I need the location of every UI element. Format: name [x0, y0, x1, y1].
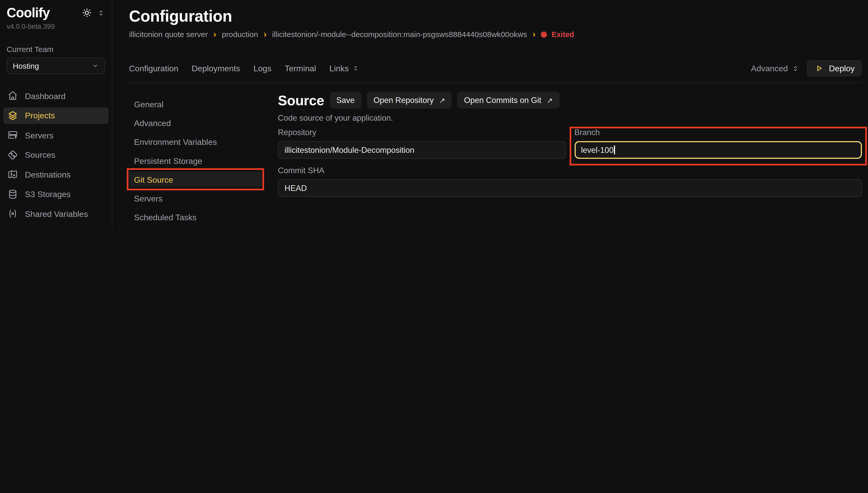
sidebar-item-label: Projects [25, 111, 55, 120]
chevron-right-icon: › [213, 30, 216, 38]
repository-label: Repository [278, 128, 566, 137]
variables-icon [7, 208, 18, 219]
commit-sha-field: Commit SHA HEAD [278, 166, 862, 197]
page-title: Configuration [129, 6, 862, 27]
open-commits-button[interactable]: Open Commits on Git ↗ [458, 92, 559, 109]
source-panel: Source Save Open Repository ↗ Open Commi… [278, 92, 862, 229]
chevrons-up-down-icon [792, 65, 800, 72]
advanced-menu[interactable]: Advanced [751, 64, 800, 73]
branch-field: Branch level-100 [574, 128, 862, 159]
subnav-item-scheduled-tasks[interactable]: Scheduled Tasks [129, 209, 262, 224]
sidebar-item-projects[interactable]: Projects [3, 107, 109, 124]
map-icon [7, 169, 18, 180]
database-icon [7, 188, 18, 199]
status-dot-icon [541, 31, 547, 38]
sidebar-item-label: Sources [25, 150, 55, 159]
repository-input[interactable]: illicitestonion/Module-Decomposition [278, 141, 566, 159]
server-icon [7, 129, 18, 141]
subnav-item-webhooks[interactable]: Webhooks [129, 228, 262, 229]
config-subnav: General Advanced Environment Variables P… [129, 96, 262, 229]
subnav-item-servers[interactable]: Servers [129, 190, 262, 206]
chevron-right-icon: › [533, 30, 535, 38]
play-icon [814, 64, 824, 73]
breadcrumb-project[interactable]: illicitonion quote server [129, 30, 208, 39]
sidebar-item-dashboard[interactable]: Dashboard [3, 87, 109, 104]
tabs-row: Configuration Deployments Logs Terminal … [129, 60, 862, 83]
tab-links[interactable]: Links [330, 64, 359, 73]
external-link-icon: ↗ [439, 96, 445, 104]
commit-sha-input[interactable]: HEAD [278, 179, 862, 197]
main-content: Configuration illicitonion quote server … [113, 0, 868, 229]
git-source-icon [7, 149, 18, 160]
sidebar-item-servers[interactable]: Servers [3, 127, 109, 143]
subnav-item-persistent-storage[interactable]: Persistent Storage [129, 153, 262, 168]
branch-input[interactable]: level-100 [574, 141, 862, 159]
breadcrumb: illicitonion quote server › production ›… [129, 30, 862, 39]
sidebar-item-s3-storages[interactable]: S3 Storages [3, 186, 109, 202]
branch-label: Branch [574, 128, 862, 137]
sidebar: Coolify v4.0.0-beta.399 Current Team Hos… [0, 0, 112, 229]
tab-deployments[interactable]: Deployments [192, 64, 240, 73]
configuration-layout: General Advanced Environment Variables P… [129, 92, 862, 229]
subnav-item-environment-variables[interactable]: Environment Variables [129, 134, 262, 149]
source-header: Source Save Open Repository ↗ Open Commi… [278, 92, 862, 109]
chevron-down-icon [91, 62, 99, 70]
repository-field: Repository illicitestonion/Module-Decomp… [278, 128, 566, 159]
source-form: Repository illicitestonion/Module-Decomp… [278, 128, 862, 197]
open-repository-button[interactable]: Open Repository ↗ [367, 92, 452, 109]
text-cursor [614, 146, 615, 154]
sidebar-item-label: Destinations [25, 170, 71, 179]
sidebar-item-label: Dashboard [25, 91, 66, 101]
updates-chevrons-icon[interactable] [97, 8, 105, 17]
tab-configuration[interactable]: Configuration [129, 64, 178, 73]
save-button[interactable]: Save [330, 92, 361, 109]
breadcrumb-environment[interactable]: production [222, 30, 258, 39]
sidebar-item-shared-variables[interactable]: Shared Variables [3, 205, 109, 222]
coolify-app: Coolify v4.0.0-beta.399 Current Team Hos… [0, 0, 868, 229]
subnav-item-git-source[interactable]: Git Source [129, 172, 262, 187]
status-badge: Exited [541, 30, 574, 38]
source-description: Code source of your application. [278, 113, 862, 122]
tab-terminal[interactable]: Terminal [285, 64, 316, 73]
current-team-label: Current Team [0, 45, 112, 53]
sidebar-nav: Dashboard Projects Servers Sources Desti… [0, 87, 112, 229]
sidebar-item-label: Notifications [25, 229, 70, 229]
home-icon [7, 90, 18, 101]
theme-toggle-sun-icon[interactable] [81, 7, 92, 18]
source-heading: Source [278, 92, 324, 108]
tabs: Configuration Deployments Logs Terminal … [129, 64, 359, 73]
team-select-value: Hosting [13, 62, 39, 70]
layers-icon [7, 110, 18, 121]
subnav-item-advanced[interactable]: Advanced [129, 115, 262, 130]
sidebar-item-label: S3 Storages [25, 189, 71, 199]
sidebar-item-notifications[interactable]: Notifications [3, 225, 109, 229]
app-version: v4.0.0-beta.399 [0, 23, 112, 30]
sidebar-item-sources[interactable]: Sources [3, 146, 109, 163]
subnav-item-general[interactable]: General [129, 96, 262, 112]
tab-logs[interactable]: Logs [253, 64, 271, 73]
deploy-button[interactable]: Deploy [807, 60, 862, 76]
sidebar-item-label: Servers [25, 130, 54, 140]
team-select[interactable]: Hosting [7, 58, 105, 74]
sidebar-item-label: Shared Variables [25, 209, 88, 218]
chevrons-up-down-icon [352, 65, 359, 72]
chevron-right-icon: › [263, 30, 267, 38]
app-logo: Coolify [7, 4, 50, 21]
logo-row: Coolify [0, 4, 112, 21]
sidebar-item-destinations[interactable]: Destinations [3, 166, 109, 183]
breadcrumb-application[interactable]: illicitestonion/-module--decomposition:m… [272, 30, 527, 39]
bell-icon [7, 228, 18, 229]
commit-sha-label: Commit SHA [278, 166, 862, 175]
status-text: Exited [552, 30, 574, 38]
external-link-icon: ↗ [547, 96, 553, 104]
